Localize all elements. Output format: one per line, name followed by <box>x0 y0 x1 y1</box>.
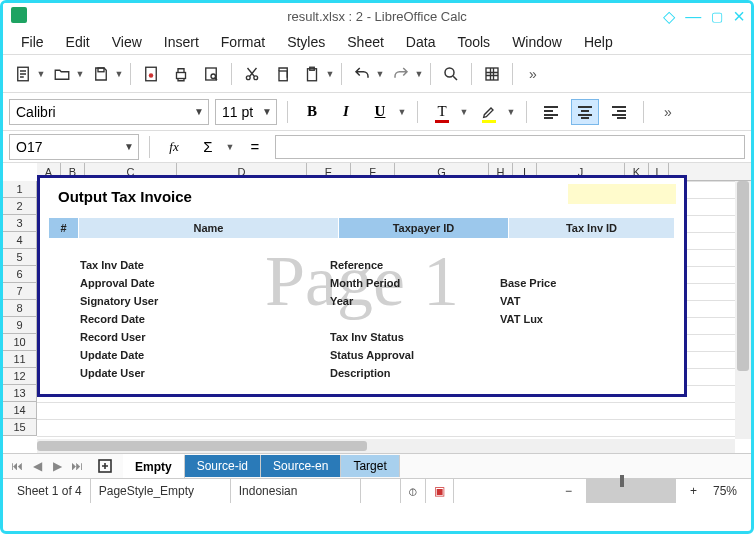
menu-tools[interactable]: Tools <box>447 31 500 53</box>
align-left-button[interactable] <box>537 99 565 125</box>
font-color-dropdown[interactable]: ▼ <box>459 107 469 117</box>
new-dropdown[interactable]: ▼ <box>36 69 46 79</box>
zoom-slider[interactable] <box>586 479 676 503</box>
scroll-thumb[interactable] <box>737 181 749 371</box>
tab-empty[interactable]: Empty <box>123 454 185 478</box>
cut-button[interactable] <box>238 60 266 88</box>
row-5[interactable]: 5 <box>3 249 36 266</box>
sum-dropdown[interactable]: ▼ <box>225 142 235 152</box>
highlight-dropdown[interactable]: ▼ <box>506 107 516 117</box>
bold-button[interactable]: B <box>298 99 326 125</box>
new-button[interactable] <box>9 60 37 88</box>
row-11[interactable]: 11 <box>3 351 36 368</box>
cell-reference-combo[interactable]: O17▼ <box>9 134 139 160</box>
print-button[interactable] <box>167 60 195 88</box>
horizontal-scrollbar[interactable] <box>37 439 735 453</box>
font-name-value: Calibri <box>16 104 56 120</box>
paste-dropdown[interactable]: ▼ <box>325 69 335 79</box>
align-center-button[interactable] <box>571 99 599 125</box>
maximize-icon[interactable]: ▢ <box>711 9 723 24</box>
save-button[interactable] <box>87 60 115 88</box>
formula-input[interactable] <box>275 135 745 159</box>
print-preview-button[interactable] <box>197 60 225 88</box>
row-12[interactable]: 12 <box>3 368 36 385</box>
font-color-button[interactable]: T <box>428 99 456 125</box>
redo-button[interactable] <box>387 60 415 88</box>
menu-data[interactable]: Data <box>396 31 446 53</box>
zoom-level[interactable]: 75% <box>705 479 745 503</box>
underline-button[interactable]: U <box>366 99 394 125</box>
find-button[interactable] <box>437 60 465 88</box>
minimize-icon[interactable]: ― <box>685 8 701 26</box>
tab-target[interactable]: Target <box>341 455 399 477</box>
zoom-out-icon[interactable]: − <box>557 479 580 503</box>
row-2[interactable]: 2 <box>3 198 36 215</box>
insert-mode[interactable] <box>361 479 401 503</box>
chevron-down-icon: ▼ <box>194 106 204 117</box>
close-icon[interactable]: × <box>733 5 745 28</box>
menu-help[interactable]: Help <box>574 31 623 53</box>
font-size-combo[interactable]: 11 pt▼ <box>215 99 277 125</box>
sum-button[interactable]: Σ <box>194 133 222 161</box>
menu-insert[interactable]: Insert <box>154 31 209 53</box>
row-1[interactable]: 1 <box>3 181 36 198</box>
table-header-row: # Name Taxpayer ID Tax Inv ID <box>49 218 675 238</box>
tab-first-icon[interactable]: ⏮ <box>7 456 27 476</box>
tab-next-icon[interactable]: ▶ <box>47 456 67 476</box>
font-name-combo[interactable]: Calibri▼ <box>9 99 209 125</box>
tab-prev-icon[interactable]: ◀ <box>27 456 47 476</box>
row-10[interactable]: 10 <box>3 334 36 351</box>
underline-dropdown[interactable]: ▼ <box>397 107 407 117</box>
function-wizard-button[interactable]: fx <box>160 133 188 161</box>
reference-bar: O17▼ fx Σ▼ = <box>3 131 751 163</box>
overflow-button[interactable]: » <box>519 60 547 88</box>
row-6[interactable]: 6 <box>3 266 36 283</box>
menu-styles[interactable]: Styles <box>277 31 335 53</box>
row-headers[interactable]: 123456789101112131415 <box>3 181 37 436</box>
row-13[interactable]: 13 <box>3 385 36 402</box>
save-dropdown[interactable]: ▼ <box>114 69 124 79</box>
cell-label: Description <box>330 364 414 382</box>
menu-format[interactable]: Format <box>211 31 275 53</box>
open-button[interactable] <box>48 60 76 88</box>
language: Indonesian <box>231 479 361 503</box>
italic-button[interactable]: I <box>332 99 360 125</box>
undo-button[interactable] <box>348 60 376 88</box>
grid-button[interactable] <box>478 60 506 88</box>
menu-window[interactable]: Window <box>502 31 572 53</box>
row-3[interactable]: 3 <box>3 215 36 232</box>
tab-source-id[interactable]: Source-id <box>185 455 261 477</box>
cell-label <box>330 310 414 328</box>
row-9[interactable]: 9 <box>3 317 36 334</box>
row-14[interactable]: 14 <box>3 402 36 419</box>
formula-button[interactable]: = <box>241 133 269 161</box>
fmt-overflow-button[interactable]: » <box>654 98 682 126</box>
selection-mode-icon[interactable]: ⦶ <box>401 479 426 503</box>
copy-button[interactable] <box>268 60 296 88</box>
row-15[interactable]: 15 <box>3 419 36 436</box>
tab-source-en[interactable]: Source-en <box>261 455 341 477</box>
menu-sheet[interactable]: Sheet <box>337 31 394 53</box>
align-right-button[interactable] <box>605 99 633 125</box>
highlight-button[interactable] <box>475 99 503 125</box>
vertical-scrollbar[interactable] <box>735 181 751 439</box>
tab-last-icon[interactable]: ⏭ <box>67 456 87 476</box>
cell-label: Approval Date <box>80 274 158 292</box>
undo-dropdown[interactable]: ▼ <box>375 69 385 79</box>
row-4[interactable]: 4 <box>3 232 36 249</box>
row-7[interactable]: 7 <box>3 283 36 300</box>
row-8[interactable]: 8 <box>3 300 36 317</box>
add-sheet-icon[interactable] <box>95 456 115 476</box>
pin-icon[interactable]: ◇ <box>663 7 675 26</box>
paste-button[interactable] <box>298 60 326 88</box>
pdf-button[interactable] <box>137 60 165 88</box>
zoom-in-icon[interactable]: + <box>682 479 705 503</box>
redo-dropdown[interactable]: ▼ <box>414 69 424 79</box>
cell-label: Record Date <box>80 310 158 328</box>
modified-icon[interactable]: ▣ <box>426 479 454 503</box>
menu-view[interactable]: View <box>102 31 152 53</box>
open-dropdown[interactable]: ▼ <box>75 69 85 79</box>
menu-edit[interactable]: Edit <box>56 31 100 53</box>
menu-file[interactable]: File <box>11 31 54 53</box>
scroll-thumb[interactable] <box>37 441 367 451</box>
